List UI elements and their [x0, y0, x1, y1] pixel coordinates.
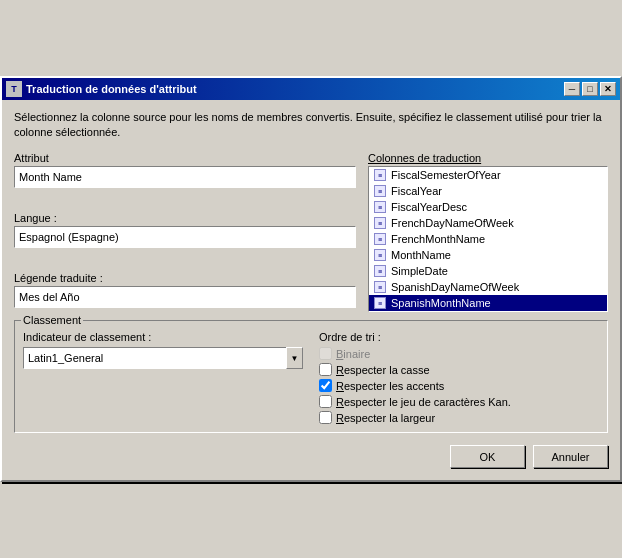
checkbox-input[interactable]: [319, 379, 332, 392]
column-icon: ≡: [373, 264, 387, 278]
language-input[interactable]: [14, 226, 356, 248]
checkbox-label: Respecter le jeu de caractères Kan.: [336, 396, 511, 408]
sort-indicator-section: Indicateur de classement : Latin1_Genera…: [23, 331, 303, 424]
checkbox-label: Respecter la casse: [336, 364, 430, 376]
checkbox-item: Binaire: [319, 347, 599, 360]
checkbox-item[interactable]: Respecter la largeur: [319, 411, 599, 424]
window-icon: T: [6, 81, 22, 97]
language-label: Langue :: [14, 212, 356, 224]
groupbox-content: Indicateur de classement : Latin1_Genera…: [23, 331, 599, 424]
checkbox-input[interactable]: [319, 395, 332, 408]
list-item[interactable]: ≡FiscalSemesterOfYear: [369, 167, 607, 183]
column-icon: ≡: [373, 184, 387, 198]
column-icon: ≡: [373, 280, 387, 294]
column-icon: ≡: [373, 248, 387, 262]
checkbox-input[interactable]: [319, 363, 332, 376]
checkbox-label: Respecter la largeur: [336, 412, 435, 424]
legend-label: Légende traduite :: [14, 272, 356, 284]
title-bar: T Traduction de données d'attribut ─ □ ✕: [2, 78, 620, 100]
list-item[interactable]: ≡FrenchDayNameOfWeek: [369, 215, 607, 231]
main-window: T Traduction de données d'attribut ─ □ ✕…: [0, 76, 622, 483]
maximize-button[interactable]: □: [582, 82, 598, 96]
language-group: Langue :: [14, 212, 356, 248]
list-item[interactable]: ≡FrenchMonthName: [369, 231, 607, 247]
button-bar: OK Annuler: [14, 445, 608, 468]
main-layout: Attribut Langue : Légende traduite : Co: [14, 152, 608, 312]
attribute-label: Attribut: [14, 152, 356, 164]
sort-order-section: Ordre de tri : BinaireRespecter la casse…: [319, 331, 599, 424]
window-body: Sélectionnez la colonne source pour les …: [2, 100, 620, 481]
checkbox-label: Binaire: [336, 348, 370, 360]
column-icon: ≡: [373, 216, 387, 230]
groupbox-title: Classement: [21, 314, 83, 326]
checkbox-item[interactable]: Respecter le jeu de caractères Kan.: [319, 395, 599, 408]
left-panel: Attribut Langue : Légende traduite :: [14, 152, 356, 312]
checkbox-item[interactable]: Respecter la casse: [319, 363, 599, 376]
column-icon: ≡: [373, 296, 387, 310]
legend-group: Légende traduite :: [14, 272, 356, 308]
sort-indicator-label: Indicateur de classement :: [23, 331, 303, 343]
title-bar-left: T Traduction de données d'attribut: [6, 81, 197, 97]
list-item[interactable]: ≡SimpleDate: [369, 263, 607, 279]
columns-label: Colonnes de traduction: [368, 152, 608, 164]
attribute-group: Attribut: [14, 152, 356, 188]
close-button[interactable]: ✕: [600, 82, 616, 96]
right-panel: Colonnes de traduction ≡FiscalSemesterOf…: [368, 152, 608, 312]
ok-button[interactable]: OK: [450, 445, 525, 468]
list-item[interactable]: ≡FiscalYearDesc: [369, 199, 607, 215]
minimize-button[interactable]: ─: [564, 82, 580, 96]
window-title: Traduction de données d'attribut: [26, 83, 197, 95]
column-icon: ≡: [373, 168, 387, 182]
list-item[interactable]: ≡FiscalYear: [369, 183, 607, 199]
checkbox-group: BinaireRespecter la casseRespecter les a…: [319, 347, 599, 424]
legend-input[interactable]: [14, 286, 356, 308]
column-icon: ≡: [373, 200, 387, 214]
sort-indicator-select[interactable]: Latin1_General: [23, 347, 303, 369]
column-icon: ≡: [373, 232, 387, 246]
classement-groupbox: Classement Indicateur de classement : La…: [14, 320, 608, 433]
sort-order-label: Ordre de tri :: [319, 331, 599, 343]
cancel-button[interactable]: Annuler: [533, 445, 608, 468]
checkbox-item[interactable]: Respecter les accents: [319, 379, 599, 392]
attribute-input[interactable]: [14, 166, 356, 188]
checkbox-label: Respecter les accents: [336, 380, 444, 392]
checkbox-input: [319, 347, 332, 360]
checkbox-input[interactable]: [319, 411, 332, 424]
columns-listbox[interactable]: ≡FiscalSemesterOfYear≡FiscalYear≡FiscalY…: [368, 166, 608, 312]
title-controls: ─ □ ✕: [564, 82, 616, 96]
sort-indicator-wrapper: Latin1_General ▼: [23, 347, 303, 369]
list-item[interactable]: ≡MonthName: [369, 247, 607, 263]
list-item[interactable]: ≡SpanishDayNameOfWeek: [369, 279, 607, 295]
description-text: Sélectionnez la colonne source pour les …: [14, 110, 608, 141]
list-item[interactable]: ≡SpanishMonthName: [369, 295, 607, 311]
